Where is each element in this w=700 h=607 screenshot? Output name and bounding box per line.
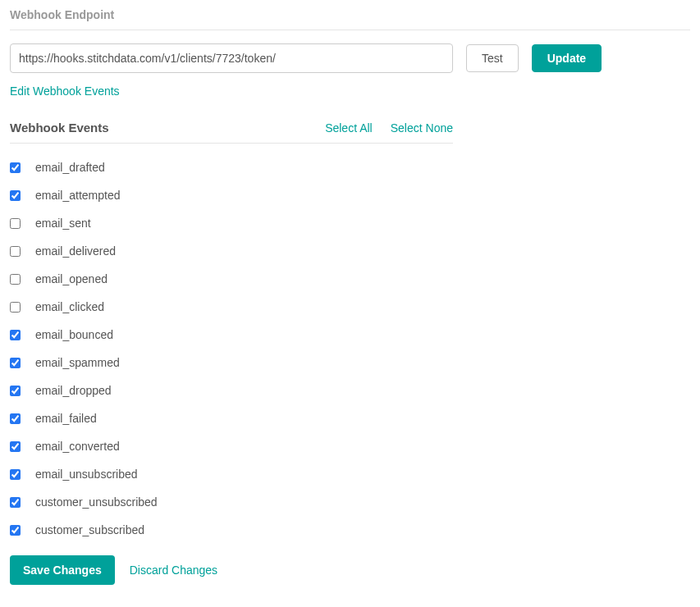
- event-checkbox-email-converted[interactable]: [10, 441, 21, 452]
- event-row: email_converted: [10, 432, 453, 460]
- save-changes-button[interactable]: Save Changes: [10, 555, 115, 585]
- footer-actions: Save Changes Discard Changes: [10, 555, 690, 585]
- webhook-settings-panel: Webhook Endpoint Test Update Edit Webhoo…: [0, 0, 700, 601]
- endpoint-row: Test Update: [10, 43, 690, 73]
- section-title: Webhook Endpoint: [10, 8, 690, 30]
- event-label: email_opened: [35, 272, 108, 285]
- events-title: Webhook Events: [10, 121, 109, 135]
- event-row: customer_subscribed: [10, 516, 453, 544]
- events-header: Webhook Events Select All Select None: [10, 121, 453, 143]
- event-label: email_converted: [35, 440, 120, 453]
- event-label: email_unsubscribed: [35, 468, 138, 481]
- event-label: customer_subscribed: [35, 523, 144, 536]
- event-label: email_drafted: [35, 161, 105, 174]
- event-checkbox-email-dropped[interactable]: [10, 386, 21, 396]
- event-row: email_spammed: [10, 349, 453, 377]
- events-list: email_draftedemail_attemptedemail_sentem…: [10, 153, 453, 544]
- select-all-link[interactable]: Select All: [325, 121, 373, 135]
- event-label: email_failed: [35, 412, 97, 425]
- event-row: email_clicked: [10, 293, 453, 321]
- divider: [10, 30, 690, 30]
- event-label: email_sent: [35, 217, 91, 230]
- event-checkbox-email-unsubscribed[interactable]: [10, 469, 21, 480]
- event-row: email_drafted: [10, 153, 453, 181]
- event-label: email_spammed: [35, 356, 120, 369]
- event-checkbox-email-drafted[interactable]: [10, 162, 21, 173]
- event-label: email_attempted: [35, 189, 121, 202]
- event-row: email_delivered: [10, 237, 453, 265]
- event-row: email_bounced: [10, 321, 453, 349]
- update-button[interactable]: Update: [532, 44, 602, 72]
- event-checkbox-email-bounced[interactable]: [10, 330, 21, 340]
- events-actions: Select All Select None: [325, 121, 453, 135]
- event-label: email_delivered: [35, 244, 116, 258]
- event-label: email_bounced: [35, 328, 113, 341]
- test-button[interactable]: Test: [466, 44, 519, 72]
- event-checkbox-customer-unsubscribed[interactable]: [10, 497, 21, 508]
- event-row: email_unsubscribed: [10, 460, 453, 488]
- event-checkbox-email-attempted[interactable]: [10, 190, 21, 201]
- event-checkbox-email-failed[interactable]: [10, 413, 21, 424]
- event-checkbox-email-clicked[interactable]: [10, 302, 21, 313]
- event-checkbox-email-spammed[interactable]: [10, 358, 21, 368]
- event-checkbox-email-sent[interactable]: [10, 218, 21, 229]
- divider: [10, 143, 453, 144]
- event-label: email_clicked: [35, 300, 104, 313]
- event-row: email_opened: [10, 265, 453, 293]
- event-checkbox-email-delivered[interactable]: [10, 246, 21, 257]
- select-none-link[interactable]: Select None: [391, 121, 453, 135]
- event-row: email_failed: [10, 404, 453, 432]
- event-row: email_dropped: [10, 377, 453, 404]
- event-row: email_attempted: [10, 181, 453, 209]
- event-checkbox-customer-subscribed[interactable]: [10, 525, 21, 536]
- discard-changes-link[interactable]: Discard Changes: [130, 564, 217, 577]
- event-label: customer_unsubscribed: [35, 495, 158, 509]
- event-checkbox-email-opened[interactable]: [10, 274, 21, 285]
- webhook-url-input[interactable]: [10, 43, 453, 73]
- event-row: customer_unsubscribed: [10, 488, 453, 516]
- event-label: email_dropped: [35, 384, 112, 397]
- event-row: email_sent: [10, 209, 453, 237]
- edit-webhook-events-link[interactable]: Edit Webhook Events: [10, 84, 120, 98]
